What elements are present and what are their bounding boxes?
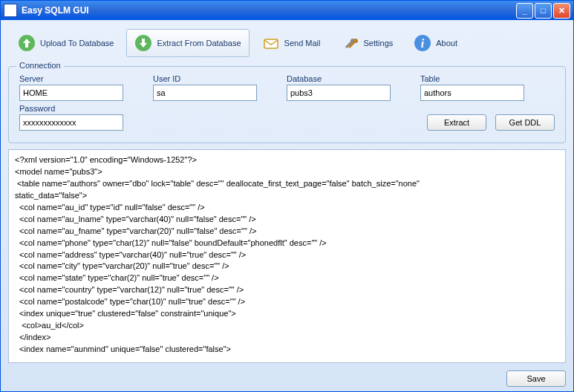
- extract-action-button[interactable]: Extract: [427, 114, 486, 131]
- extract-icon: [134, 34, 152, 52]
- about-label: About: [436, 39, 457, 48]
- upload-icon: [18, 34, 36, 52]
- window-buttons: _ □ ✕: [516, 3, 570, 19]
- connection-legend: Connection: [16, 61, 64, 70]
- app-body: Upload To Database Extract From Database…: [1, 20, 573, 391]
- close-button[interactable]: ✕: [553, 3, 570, 19]
- app-window: Easy SQLM GUI _ □ ✕ Upload To Database E…: [0, 0, 574, 392]
- info-icon: i: [414, 34, 431, 52]
- svg-text:i: i: [421, 37, 425, 50]
- toolbar: Upload To Database Extract From Database…: [8, 26, 566, 60]
- app-title: Easy SQLM GUI: [22, 5, 516, 16]
- settings-label: Settings: [364, 39, 394, 48]
- settings-button[interactable]: Settings: [333, 29, 402, 57]
- svg-rect-2: [264, 39, 278, 48]
- svg-point-4: [353, 39, 358, 43]
- footer: Save: [8, 369, 566, 387]
- extract-button[interactable]: Extract From Database: [126, 29, 249, 57]
- userid-input[interactable]: [153, 85, 257, 101]
- extract-label: Extract From Database: [157, 39, 241, 48]
- database-input[interactable]: [287, 85, 391, 101]
- connection-group: Connection Server User ID Database Table: [8, 66, 566, 143]
- minimize-button[interactable]: _: [516, 3, 533, 19]
- app-icon: [4, 4, 17, 17]
- table-input[interactable]: [420, 85, 524, 101]
- save-button[interactable]: Save: [506, 370, 566, 387]
- about-button[interactable]: i About: [405, 29, 466, 57]
- database-label: Database: [287, 74, 391, 83]
- server-input[interactable]: [19, 85, 123, 101]
- upload-button[interactable]: Upload To Database: [10, 29, 122, 57]
- getddl-button[interactable]: Get DDL: [495, 114, 555, 131]
- upload-label: Upload To Database: [40, 39, 114, 48]
- sendmail-label: Send Mail: [284, 39, 321, 48]
- settings-icon: [342, 34, 359, 52]
- mail-icon: [262, 34, 280, 52]
- server-label: Server: [19, 74, 123, 83]
- sendmail-button[interactable]: Send Mail: [254, 29, 329, 57]
- userid-label: User ID: [153, 74, 257, 83]
- title-bar: Easy SQLM GUI _ □ ✕: [1, 1, 573, 20]
- table-label: Table: [420, 74, 524, 83]
- password-label: Password: [19, 104, 123, 113]
- output-textarea[interactable]: <?xml version="1.0" encoding="Windows-12…: [8, 149, 566, 363]
- password-input[interactable]: [19, 114, 123, 131]
- maximize-button[interactable]: □: [535, 3, 552, 19]
